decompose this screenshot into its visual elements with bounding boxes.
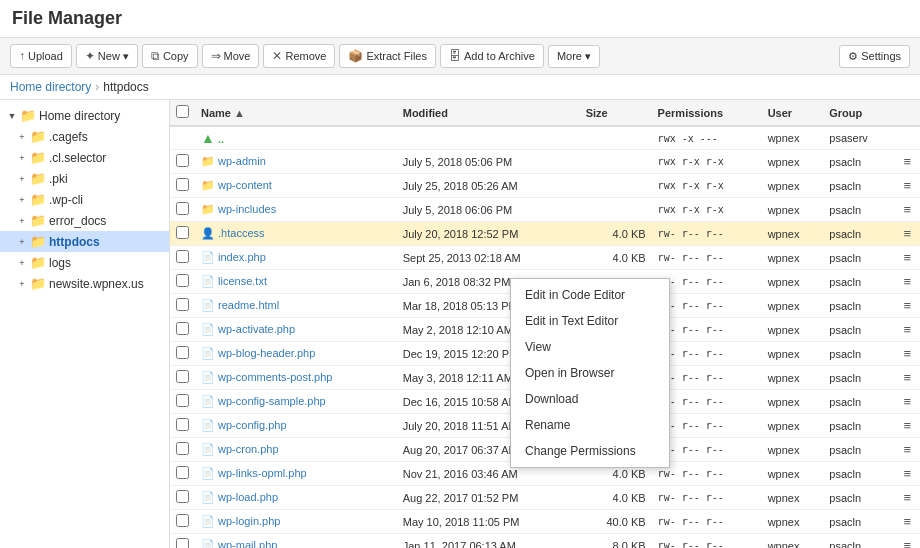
breadcrumb-home[interactable]: Home directory (10, 80, 91, 94)
row-actions-cell[interactable]: ≡ (894, 414, 920, 438)
file-name-link[interactable]: wp-activate.php (218, 323, 295, 335)
row-actions-cell[interactable]: ≡ (894, 150, 920, 174)
upload-button[interactable]: ↑ Upload (10, 44, 72, 68)
row-action-menu-button[interactable]: ≡ (900, 513, 914, 530)
row-action-menu-button[interactable]: ≡ (900, 249, 914, 266)
sidebar-item-home-directory[interactable]: ▼📁Home directory (0, 105, 169, 126)
archive-button[interactable]: 🗄 Add to Archive (440, 44, 544, 68)
sidebar-item-logs[interactable]: +📁logs (0, 252, 169, 273)
row-actions-cell[interactable]: ≡ (894, 462, 920, 486)
file-name-link[interactable]: license.txt (218, 275, 267, 287)
row-actions-cell[interactable]: ≡ (894, 294, 920, 318)
row-actions-cell[interactable]: ≡ (894, 390, 920, 414)
row-checkbox-cell[interactable] (170, 126, 195, 150)
row-checkbox-cell[interactable] (170, 366, 195, 390)
row-action-menu-button[interactable]: ≡ (900, 393, 914, 410)
file-name-link[interactable]: .htaccess (218, 227, 264, 239)
row-actions-cell[interactable] (894, 126, 920, 150)
more-button[interactable]: More ▾ (548, 45, 600, 68)
sidebar-item-cl-selector[interactable]: +📁.cl.selector (0, 147, 169, 168)
file-name-link[interactable]: readme.html (218, 299, 279, 311)
file-name-link[interactable]: wp-includes (218, 203, 276, 215)
header-checkbox[interactable] (170, 100, 195, 126)
row-checkbox-cell[interactable] (170, 318, 195, 342)
header-permissions[interactable]: Permissions (652, 100, 762, 126)
row-actions-cell[interactable]: ≡ (894, 270, 920, 294)
row-action-menu-button[interactable]: ≡ (900, 201, 914, 218)
row-checkbox-cell[interactable] (170, 414, 195, 438)
row-actions-cell[interactable]: ≡ (894, 438, 920, 462)
file-name-link[interactable]: wp-cron.php (218, 443, 279, 455)
row-actions-cell[interactable]: ≡ (894, 510, 920, 534)
row-checkbox-cell[interactable] (170, 462, 195, 486)
settings-button[interactable]: ⚙ Settings (839, 45, 910, 68)
file-name-link[interactable]: wp-load.php (218, 491, 278, 503)
row-checkbox-cell[interactable] (170, 534, 195, 549)
row-actions-cell[interactable]: ≡ (894, 318, 920, 342)
row-actions-cell[interactable]: ≡ (894, 486, 920, 510)
row-action-menu-button[interactable]: ≡ (900, 441, 914, 458)
row-actions-cell[interactable]: ≡ (894, 534, 920, 549)
sidebar-item-cagefs[interactable]: +📁.cagefs (0, 126, 169, 147)
row-actions-cell[interactable]: ≡ (894, 198, 920, 222)
row-checkbox-cell[interactable] (170, 510, 195, 534)
row-checkbox-cell[interactable] (170, 174, 195, 198)
header-modified[interactable]: Modified (397, 100, 580, 126)
extract-button[interactable]: 📦 Extract Files (339, 44, 436, 68)
header-group[interactable]: Group (823, 100, 894, 126)
row-action-menu-button[interactable]: ≡ (900, 153, 914, 170)
row-action-menu-button[interactable]: ≡ (900, 273, 914, 290)
file-name-link[interactable]: wp-links-opml.php (218, 467, 307, 479)
context-menu-item[interactable]: Open in Browser (511, 360, 669, 386)
row-actions-cell[interactable]: ≡ (894, 366, 920, 390)
row-checkbox-cell[interactable] (170, 390, 195, 414)
sidebar-item-httpdocs[interactable]: +📁httpdocs (0, 231, 169, 252)
sidebar-item-wp-cli[interactable]: +📁.wp-cli (0, 189, 169, 210)
row-checkbox-cell[interactable] (170, 438, 195, 462)
row-action-menu-button[interactable]: ≡ (900, 465, 914, 482)
file-list-container[interactable]: Name ▲ Modified Size Permissions User Gr… (170, 100, 920, 548)
row-actions-cell[interactable]: ≡ (894, 222, 920, 246)
row-action-menu-button[interactable]: ≡ (900, 297, 914, 314)
header-user[interactable]: User (762, 100, 824, 126)
row-action-menu-button[interactable]: ≡ (900, 417, 914, 434)
context-menu-item[interactable]: Change Permissions (511, 438, 669, 464)
row-checkbox-cell[interactable] (170, 294, 195, 318)
row-action-menu-button[interactable]: ≡ (900, 321, 914, 338)
file-name-link[interactable]: index.php (218, 251, 266, 263)
file-name-link[interactable]: wp-mail.php (218, 539, 277, 548)
row-checkbox-cell[interactable] (170, 486, 195, 510)
header-name[interactable]: Name ▲ (195, 100, 397, 126)
file-name-link[interactable]: wp-config.php (218, 419, 287, 431)
row-action-menu-button[interactable]: ≡ (900, 537, 914, 548)
row-action-menu-button[interactable]: ≡ (900, 225, 914, 242)
context-menu-item[interactable]: Rename (511, 412, 669, 438)
header-size[interactable]: Size (580, 100, 652, 126)
sidebar-item-newsite[interactable]: +📁newsite.wpnex.us (0, 273, 169, 294)
file-name-link[interactable]: wp-config-sample.php (218, 395, 326, 407)
file-name-link[interactable]: wp-content (218, 179, 272, 191)
row-action-menu-button[interactable]: ≡ (900, 345, 914, 362)
new-button[interactable]: ✦ New ▾ (76, 44, 138, 68)
row-action-menu-button[interactable]: ≡ (900, 177, 914, 194)
file-name-link[interactable]: wp-login.php (218, 515, 280, 527)
context-menu-item[interactable]: Edit in Code Editor (511, 282, 669, 308)
context-menu-item[interactable]: Download (511, 386, 669, 412)
row-actions-cell[interactable]: ≡ (894, 246, 920, 270)
row-action-menu-button[interactable]: ≡ (900, 489, 914, 506)
row-actions-cell[interactable]: ≡ (894, 174, 920, 198)
file-name-link[interactable]: wp-admin (218, 155, 266, 167)
file-name-link[interactable]: wp-comments-post.php (218, 371, 332, 383)
row-checkbox-cell[interactable] (170, 270, 195, 294)
sidebar-item-pki[interactable]: +📁.pki (0, 168, 169, 189)
context-menu-item[interactable]: View (511, 334, 669, 360)
move-button[interactable]: ⇒ Move (202, 44, 260, 68)
row-checkbox-cell[interactable] (170, 198, 195, 222)
row-checkbox-cell[interactable] (170, 246, 195, 270)
file-name-link[interactable]: wp-blog-header.php (218, 347, 315, 359)
context-menu-item[interactable]: Edit in Text Editor (511, 308, 669, 334)
row-checkbox-cell[interactable] (170, 342, 195, 366)
remove-button[interactable]: ✕ Remove (263, 44, 335, 68)
row-action-menu-button[interactable]: ≡ (900, 369, 914, 386)
copy-button[interactable]: ⧉ Copy (142, 44, 198, 68)
